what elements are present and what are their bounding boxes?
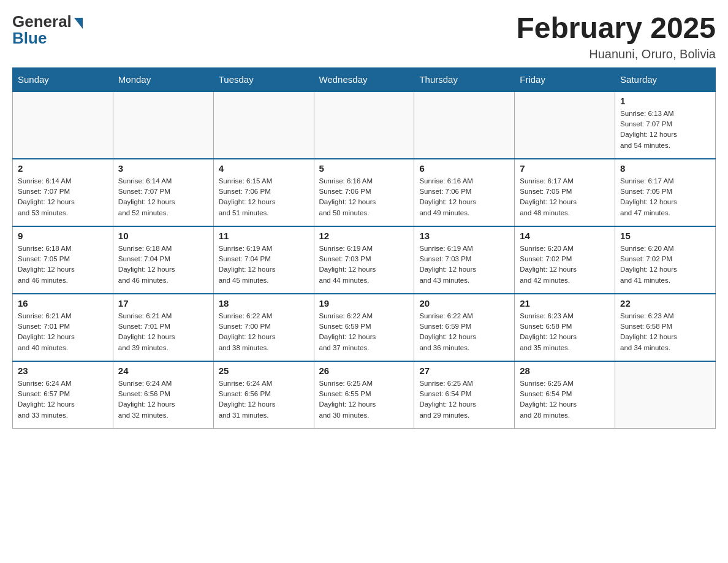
calendar-cell: 18Sunrise: 6:22 AM Sunset: 7:00 PM Dayli… <box>213 294 314 361</box>
day-number: 26 <box>319 366 409 376</box>
calendar-cell <box>314 91 414 159</box>
day-number: 16 <box>18 298 108 308</box>
calendar-cell: 20Sunrise: 6:22 AM Sunset: 6:59 PM Dayli… <box>414 294 515 361</box>
calendar-cell <box>213 91 314 159</box>
day-info: Sunrise: 6:16 AM Sunset: 7:06 PM Dayligh… <box>419 176 509 218</box>
day-number: 27 <box>419 366 509 376</box>
location-title: Huanuni, Oruro, Bolivia <box>516 47 716 61</box>
day-info: Sunrise: 6:17 AM Sunset: 7:05 PM Dayligh… <box>520 176 610 218</box>
calendar-cell: 19Sunrise: 6:22 AM Sunset: 6:59 PM Dayli… <box>314 294 414 361</box>
col-monday: Monday <box>113 67 213 91</box>
day-number: 14 <box>520 231 610 241</box>
day-number: 7 <box>520 163 610 174</box>
day-info: Sunrise: 6:24 AM Sunset: 6:56 PM Dayligh… <box>219 378 309 421</box>
calendar-cell: 6Sunrise: 6:16 AM Sunset: 7:06 PM Daylig… <box>414 159 515 226</box>
calendar-cell: 13Sunrise: 6:19 AM Sunset: 7:03 PM Dayli… <box>414 226 515 294</box>
col-saturday: Saturday <box>615 67 716 91</box>
day-info: Sunrise: 6:14 AM Sunset: 7:07 PM Dayligh… <box>18 176 108 218</box>
day-info: Sunrise: 6:19 AM Sunset: 7:04 PM Dayligh… <box>219 243 309 286</box>
col-wednesday: Wednesday <box>314 67 414 91</box>
calendar-cell: 28Sunrise: 6:25 AM Sunset: 6:54 PM Dayli… <box>515 361 615 429</box>
calendar-cell: 21Sunrise: 6:23 AM Sunset: 6:58 PM Dayli… <box>515 294 615 361</box>
calendar-cell: 15Sunrise: 6:20 AM Sunset: 7:02 PM Dayli… <box>615 226 716 294</box>
day-number: 21 <box>520 298 610 308</box>
calendar-cell: 25Sunrise: 6:24 AM Sunset: 6:56 PM Dayli… <box>213 361 314 429</box>
calendar-cell: 3Sunrise: 6:14 AM Sunset: 7:07 PM Daylig… <box>113 159 213 226</box>
day-info: Sunrise: 6:23 AM Sunset: 6:58 PM Dayligh… <box>520 311 610 353</box>
day-number: 8 <box>620 163 710 174</box>
day-info: Sunrise: 6:13 AM Sunset: 7:07 PM Dayligh… <box>620 109 710 151</box>
day-info: Sunrise: 6:20 AM Sunset: 7:02 PM Dayligh… <box>620 243 710 286</box>
day-number: 18 <box>219 298 309 308</box>
day-info: Sunrise: 6:24 AM Sunset: 6:57 PM Dayligh… <box>18 378 108 421</box>
day-info: Sunrise: 6:22 AM Sunset: 6:59 PM Dayligh… <box>319 311 409 353</box>
col-tuesday: Tuesday <box>213 67 314 91</box>
calendar-cell <box>615 361 716 429</box>
logo-blue-text: Blue <box>12 29 47 48</box>
day-number: 9 <box>18 231 108 241</box>
calendar-cell: 26Sunrise: 6:25 AM Sunset: 6:55 PM Dayli… <box>314 361 414 429</box>
calendar-table: Sunday Monday Tuesday Wednesday Thursday… <box>12 67 716 429</box>
day-number: 19 <box>319 298 409 308</box>
title-section: February 2025 Huanuni, Oruro, Bolivia <box>516 12 716 61</box>
col-thursday: Thursday <box>414 67 515 91</box>
day-info: Sunrise: 6:19 AM Sunset: 7:03 PM Dayligh… <box>319 243 409 286</box>
calendar-cell: 22Sunrise: 6:23 AM Sunset: 6:58 PM Dayli… <box>615 294 716 361</box>
calendar-cell: 2Sunrise: 6:14 AM Sunset: 7:07 PM Daylig… <box>13 159 113 226</box>
calendar-cell <box>414 91 515 159</box>
day-number: 4 <box>219 163 309 174</box>
day-info: Sunrise: 6:25 AM Sunset: 6:55 PM Dayligh… <box>319 378 409 421</box>
day-number: 15 <box>620 231 710 241</box>
calendar-cell: 11Sunrise: 6:19 AM Sunset: 7:04 PM Dayli… <box>213 226 314 294</box>
day-number: 25 <box>219 366 309 376</box>
day-number: 10 <box>118 231 208 241</box>
day-info: Sunrise: 6:17 AM Sunset: 7:05 PM Dayligh… <box>620 176 710 218</box>
day-info: Sunrise: 6:18 AM Sunset: 7:04 PM Dayligh… <box>118 243 208 286</box>
day-info: Sunrise: 6:21 AM Sunset: 7:01 PM Dayligh… <box>18 311 108 353</box>
day-info: Sunrise: 6:14 AM Sunset: 7:07 PM Dayligh… <box>118 176 208 218</box>
calendar-cell <box>13 91 113 159</box>
col-friday: Friday <box>515 67 615 91</box>
calendar-cell: 9Sunrise: 6:18 AM Sunset: 7:05 PM Daylig… <box>13 226 113 294</box>
day-number: 2 <box>18 163 108 174</box>
logo: General Blue <box>12 12 83 48</box>
day-number: 11 <box>219 231 309 241</box>
calendar-cell: 24Sunrise: 6:24 AM Sunset: 6:56 PM Dayli… <box>113 361 213 429</box>
day-number: 6 <box>419 163 509 174</box>
calendar-week-4: 16Sunrise: 6:21 AM Sunset: 7:01 PM Dayli… <box>13 294 716 361</box>
day-info: Sunrise: 6:18 AM Sunset: 7:05 PM Dayligh… <box>18 243 108 286</box>
day-number: 13 <box>419 231 509 241</box>
day-info: Sunrise: 6:23 AM Sunset: 6:58 PM Dayligh… <box>620 311 710 353</box>
calendar-cell: 23Sunrise: 6:24 AM Sunset: 6:57 PM Dayli… <box>13 361 113 429</box>
day-info: Sunrise: 6:16 AM Sunset: 7:06 PM Dayligh… <box>319 176 409 218</box>
calendar-cell: 4Sunrise: 6:15 AM Sunset: 7:06 PM Daylig… <box>213 159 314 226</box>
day-number: 17 <box>118 298 208 308</box>
calendar-cell: 7Sunrise: 6:17 AM Sunset: 7:05 PM Daylig… <box>515 159 615 226</box>
day-info: Sunrise: 6:24 AM Sunset: 6:56 PM Dayligh… <box>118 378 208 421</box>
day-number: 12 <box>319 231 409 241</box>
calendar-cell: 12Sunrise: 6:19 AM Sunset: 7:03 PM Dayli… <box>314 226 414 294</box>
day-number: 3 <box>118 163 208 174</box>
day-info: Sunrise: 6:21 AM Sunset: 7:01 PM Dayligh… <box>118 311 208 353</box>
calendar-header-row: Sunday Monday Tuesday Wednesday Thursday… <box>13 67 716 91</box>
day-number: 5 <box>319 163 409 174</box>
calendar-cell <box>515 91 615 159</box>
calendar-week-3: 9Sunrise: 6:18 AM Sunset: 7:05 PM Daylig… <box>13 226 716 294</box>
calendar-cell: 14Sunrise: 6:20 AM Sunset: 7:02 PM Dayli… <box>515 226 615 294</box>
calendar-cell: 16Sunrise: 6:21 AM Sunset: 7:01 PM Dayli… <box>13 294 113 361</box>
calendar-cell: 10Sunrise: 6:18 AM Sunset: 7:04 PM Dayli… <box>113 226 213 294</box>
calendar-cell: 17Sunrise: 6:21 AM Sunset: 7:01 PM Dayli… <box>113 294 213 361</box>
calendar-cell: 8Sunrise: 6:17 AM Sunset: 7:05 PM Daylig… <box>615 159 716 226</box>
day-number: 22 <box>620 298 710 308</box>
day-number: 1 <box>620 96 710 106</box>
day-info: Sunrise: 6:20 AM Sunset: 7:02 PM Dayligh… <box>520 243 610 286</box>
calendar-week-1: 1Sunrise: 6:13 AM Sunset: 7:07 PM Daylig… <box>13 91 716 159</box>
calendar-cell <box>113 91 213 159</box>
day-info: Sunrise: 6:25 AM Sunset: 6:54 PM Dayligh… <box>520 378 610 421</box>
calendar-cell: 1Sunrise: 6:13 AM Sunset: 7:07 PM Daylig… <box>615 91 716 159</box>
day-number: 23 <box>18 366 108 376</box>
calendar-cell: 27Sunrise: 6:25 AM Sunset: 6:54 PM Dayli… <box>414 361 515 429</box>
day-number: 24 <box>118 366 208 376</box>
calendar-week-2: 2Sunrise: 6:14 AM Sunset: 7:07 PM Daylig… <box>13 159 716 226</box>
month-title: February 2025 <box>516 12 716 45</box>
